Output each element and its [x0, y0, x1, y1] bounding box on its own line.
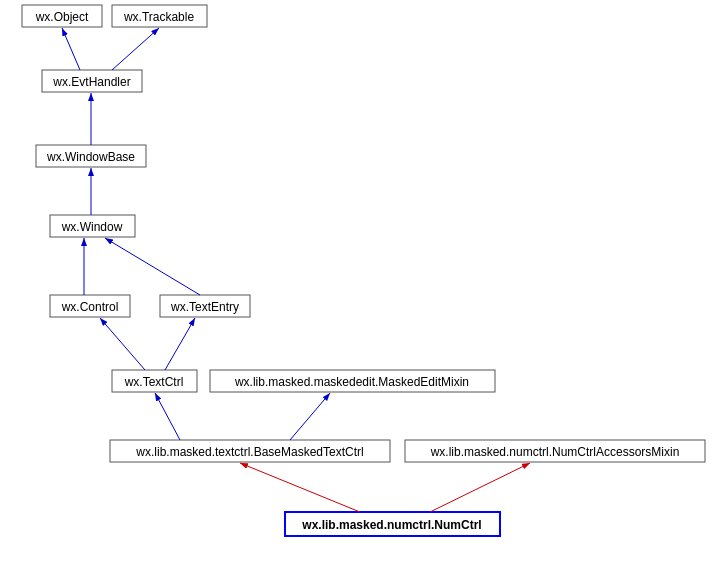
node-label-evthandler: wx.EvtHandler — [52, 75, 130, 89]
svg-line-21 — [165, 318, 195, 370]
node-label-control: wx.Control — [61, 300, 119, 314]
node-label-window: wx.Window — [61, 220, 123, 234]
svg-line-14 — [62, 28, 80, 70]
node-label-numctrl: wx.lib.masked.numctrl.NumCtrl — [301, 518, 481, 532]
svg-line-19 — [105, 238, 200, 295]
node-label-basemaskdtextctrl: wx.lib.masked.textctrl.BaseMaskedTextCtr… — [135, 445, 363, 459]
node-label-textentry: wx.TextEntry — [170, 300, 239, 314]
svg-line-20 — [100, 318, 145, 370]
svg-line-22 — [155, 393, 180, 440]
node-label-windowbase: wx.WindowBase — [46, 150, 135, 164]
inheritance-diagram: wx.Object wx.Trackable wx.EvtHandler wx.… — [0, 0, 728, 577]
node-label-maskeditmixin: wx.lib.masked.maskededit.MaskedEditMixin — [234, 375, 469, 389]
svg-line-23 — [290, 393, 330, 440]
svg-line-24 — [240, 463, 360, 512]
svg-line-15 — [112, 28, 159, 70]
node-label-trackable: wx.Trackable — [123, 10, 195, 24]
node-label-textctrl: wx.TextCtrl — [124, 375, 184, 389]
node-label-object: wx.Object — [35, 10, 89, 24]
svg-line-25 — [430, 463, 530, 512]
node-label-numctrlaccessorsmixin: wx.lib.masked.numctrl.NumCtrlAccessorsMi… — [430, 445, 680, 459]
diagram-container: wx.Object wx.Trackable wx.EvtHandler wx.… — [0, 0, 728, 577]
